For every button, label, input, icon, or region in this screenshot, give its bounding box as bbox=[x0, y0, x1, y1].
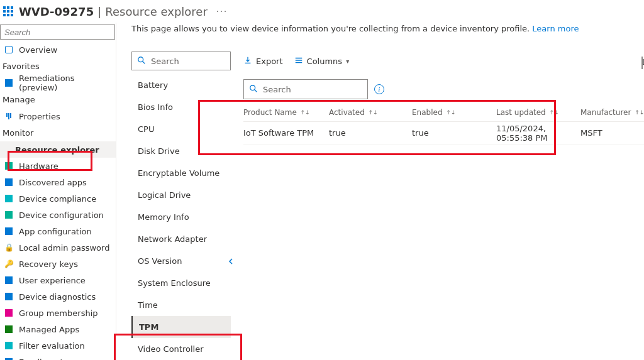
page-title: WVD-09275 | Resource explorer bbox=[19, 5, 208, 18]
nav-group-monitor: Monitor bbox=[0, 124, 116, 141]
columns-label: Columns bbox=[307, 57, 343, 66]
waffle-icon[interactable] bbox=[3, 6, 14, 17]
nav-label: User experience bbox=[19, 276, 86, 285]
category-panel: Search BatteryBios InfoCPUDisk DriveEncr… bbox=[116, 31, 231, 360]
nav-hardware[interactable]: Hardware bbox=[0, 158, 116, 174]
device-diagnostics-icon bbox=[4, 292, 14, 302]
nav-user-experience[interactable]: User experience bbox=[0, 272, 116, 288]
nav-label: Overview bbox=[19, 45, 57, 55]
category-item-disk-drive[interactable]: Disk Drive bbox=[131, 140, 231, 162]
col-last-updated[interactable]: Last updated↑↓ bbox=[496, 108, 580, 117]
filter-evaluation-icon bbox=[4, 341, 14, 351]
sort-icon: ↑↓ bbox=[369, 109, 378, 116]
nav-label: Hardware bbox=[19, 161, 58, 171]
main-panel: Export Columns ▾ L Search bbox=[231, 31, 644, 360]
col-enabled[interactable]: Enabled↑↓ bbox=[412, 108, 496, 117]
content-pane: This page allows you to view device info… bbox=[116, 23, 644, 360]
nav-label: Managed Apps bbox=[19, 325, 79, 334]
cell-last-updated: 11/05/2024, 05:55:38 PM bbox=[496, 124, 580, 143]
nav-resource-explorer[interactable]: Resource explorer bbox=[0, 141, 116, 158]
sort-icon: ↑↓ bbox=[447, 109, 456, 116]
cell-enabled: true bbox=[412, 128, 496, 138]
nav-managed-apps[interactable]: Managed Apps bbox=[0, 321, 116, 337]
nav-group-membership[interactable]: Group membership bbox=[0, 305, 116, 321]
more-actions-button[interactable]: ··· bbox=[216, 7, 228, 16]
nav-group-manage: Manage bbox=[0, 91, 116, 108]
cell-product-name: IoT Software TPM bbox=[243, 128, 329, 138]
table-row[interactable]: IoT Software TPM true true 11/05/2024, 0… bbox=[243, 122, 644, 145]
device-name: WVD-09275 bbox=[19, 5, 94, 18]
title-separator: | bbox=[97, 5, 101, 18]
nav-label: Device configuration bbox=[19, 210, 104, 220]
nav-label: Enrollment bbox=[19, 357, 64, 361]
nav-label: Local admin password bbox=[19, 243, 109, 253]
nav-label: Discovered apps bbox=[19, 178, 87, 187]
search-icon bbox=[249, 84, 258, 95]
sort-icon: ↑↓ bbox=[301, 109, 310, 116]
nav-remediations[interactable]: Remediations (preview) bbox=[0, 75, 116, 91]
category-item-logical-drive[interactable]: Logical Drive bbox=[131, 184, 231, 206]
category-item-encryptable-volume[interactable]: Encryptable Volume bbox=[131, 162, 231, 184]
nav-label: Properties bbox=[19, 112, 60, 121]
columns-button[interactable]: Columns ▾ bbox=[294, 56, 350, 67]
category-search-input[interactable]: Search bbox=[131, 52, 231, 70]
enrollment-icon bbox=[4, 357, 14, 360]
col-product-name[interactable]: Product Name↑↓ bbox=[243, 108, 329, 117]
nav-label: Remediations (preview) bbox=[19, 74, 116, 92]
nav-label: App configuration bbox=[19, 227, 92, 236]
svg-line-1 bbox=[143, 61, 145, 63]
category-item-network-adapter[interactable]: Network Adapter bbox=[131, 228, 231, 250]
category-item-tpm[interactable]: TPM bbox=[131, 316, 231, 338]
cell-activated: true bbox=[329, 128, 412, 138]
category-item-time[interactable]: Time bbox=[131, 294, 231, 316]
remediations-icon bbox=[4, 78, 14, 88]
nav-properties[interactable]: Properties bbox=[0, 108, 116, 124]
nav-device-configuration[interactable]: Device configuration bbox=[0, 207, 116, 223]
category-item-os-version[interactable]: OS Version bbox=[131, 250, 231, 272]
device-compliance-icon bbox=[4, 194, 14, 204]
category-search-placeholder: Search bbox=[151, 57, 179, 66]
category-item-battery[interactable]: Battery bbox=[131, 74, 231, 96]
category-item-memory-info[interactable]: Memory Info bbox=[131, 206, 231, 228]
lock-icon: 🔒 bbox=[4, 243, 14, 253]
discovered-apps-icon bbox=[4, 177, 14, 187]
nav-label: Filter evaluation bbox=[19, 341, 85, 351]
nav-device-compliance[interactable]: Device compliance bbox=[0, 190, 116, 207]
user-experience-icon bbox=[4, 275, 14, 285]
category-item-cpu[interactable]: CPU bbox=[131, 118, 231, 140]
nav-local-admin-password[interactable]: 🔒 Local admin password bbox=[0, 239, 116, 256]
nav-discovered-apps[interactable]: Discovered apps bbox=[0, 174, 116, 190]
export-button[interactable]: Export bbox=[243, 56, 283, 67]
nav-label: Recovery keys bbox=[19, 259, 78, 269]
table-header: Product Name↑↓ Activated↑↓ Enabled↑↓ Las… bbox=[243, 103, 644, 122]
cell-manufacturer: MSFT bbox=[580, 128, 637, 138]
table-search-input[interactable]: Search bbox=[243, 79, 368, 99]
search-icon bbox=[137, 56, 146, 67]
svg-point-0 bbox=[138, 57, 143, 62]
truncated-search-box[interactable]: L bbox=[641, 57, 643, 69]
nav-overview[interactable]: Overview bbox=[0, 41, 116, 58]
nav-filter-evaluation[interactable]: Filter evaluation bbox=[0, 337, 116, 354]
chevron-down-icon: ▾ bbox=[346, 58, 349, 65]
nav-enrollment[interactable]: Enrollment bbox=[0, 354, 116, 360]
sidebar-search-input[interactable] bbox=[0, 25, 115, 40]
nav-label: Resource explorer bbox=[15, 145, 99, 155]
category-item-video-controller[interactable]: Video Controller bbox=[131, 338, 231, 360]
nav-recovery-keys[interactable]: 🔑 Recovery keys bbox=[0, 256, 116, 272]
info-icon[interactable]: i bbox=[374, 84, 384, 94]
category-item-system-enclosure[interactable]: System Enclosure bbox=[131, 272, 231, 294]
device-configuration-icon bbox=[4, 210, 14, 220]
col-activated[interactable]: Activated↑↓ bbox=[329, 108, 412, 117]
export-icon bbox=[243, 56, 252, 67]
nav-app-configuration[interactable]: App configuration bbox=[0, 223, 116, 239]
properties-icon bbox=[4, 111, 14, 121]
overview-icon bbox=[4, 45, 14, 55]
col-manufacturer[interactable]: Manufacturer↑↓ bbox=[580, 108, 637, 117]
sort-icon: ↑↓ bbox=[635, 109, 644, 116]
svg-point-2 bbox=[250, 85, 255, 90]
sidebar: ✕ « Overview Favorites Remediations (pre… bbox=[0, 23, 116, 360]
app-configuration-icon bbox=[4, 226, 14, 236]
nav-device-diagnostics[interactable]: Device diagnostics bbox=[0, 288, 116, 305]
nav-label: Device diagnostics bbox=[19, 292, 96, 302]
category-item-bios-info[interactable]: Bios Info bbox=[131, 96, 231, 118]
